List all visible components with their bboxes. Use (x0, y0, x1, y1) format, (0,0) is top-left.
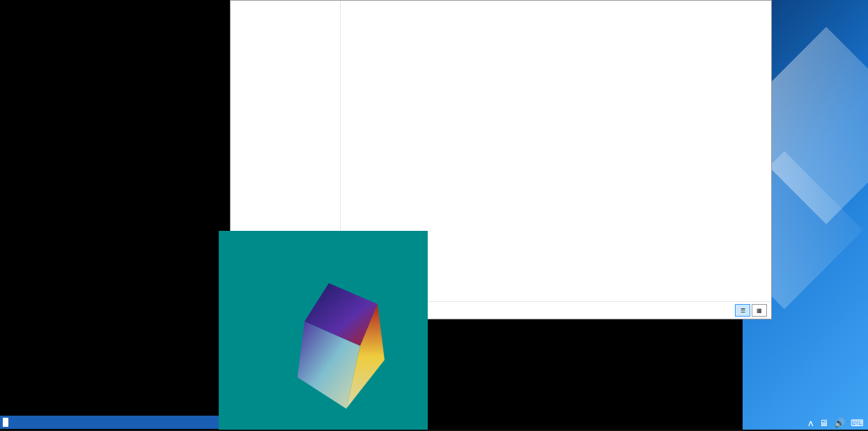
terminal-tab-indicator[interactable] (3, 418, 8, 427)
rgb-cube-render (280, 280, 405, 412)
tray-sound-icon[interactable]: 🔊 (834, 418, 845, 428)
tray-input-icon[interactable]: ⌨ (851, 418, 864, 428)
terminal-status-bar (0, 416, 219, 429)
opengl-context-window[interactable] (219, 231, 428, 431)
system-tray[interactable]: ʌ 🖥 🔊 ⌨ (808, 418, 864, 428)
view-details-button[interactable]: ☰ (735, 304, 750, 317)
terminal-window[interactable] (0, 0, 219, 416)
tray-chevron-icon[interactable]: ʌ (808, 418, 814, 428)
view-icons-button[interactable]: ▦ (752, 304, 767, 317)
tray-network-icon[interactable]: 🖥 (819, 418, 828, 428)
